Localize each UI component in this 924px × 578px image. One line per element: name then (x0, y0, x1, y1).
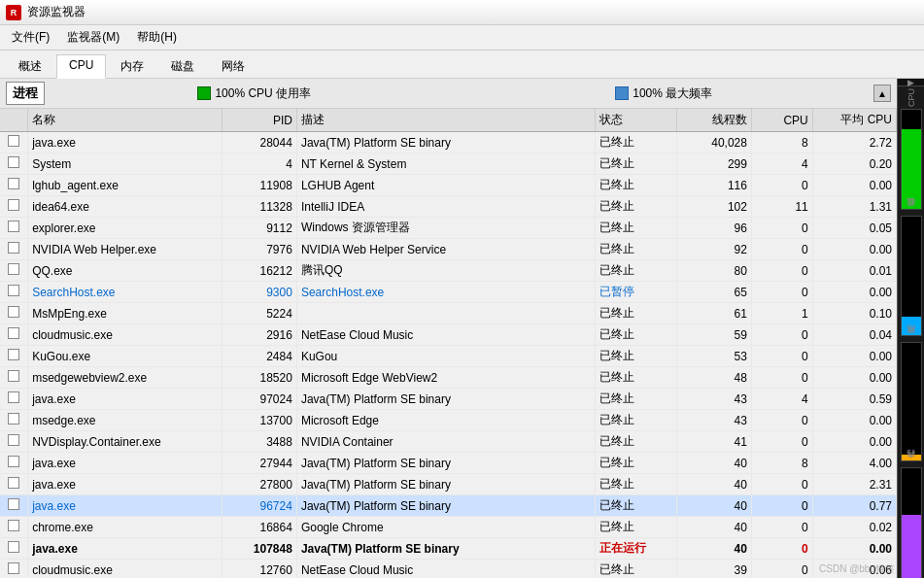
process-avgcpu: 0.00 (812, 239, 896, 260)
process-status: 已终止 (596, 260, 677, 282)
table-row[interactable]: msedgewebview2.exe18520Microsoft Edge We… (0, 367, 897, 389)
row-checkbox[interactable] (0, 495, 28, 517)
row-checkbox[interactable] (0, 389, 28, 410)
process-name: lghub_agent.exe (28, 175, 222, 196)
row-checkbox[interactable] (0, 560, 28, 579)
checkbox-icon[interactable] (8, 349, 19, 360)
checkbox-icon[interactable] (8, 285, 19, 296)
row-checkbox[interactable] (0, 431, 28, 453)
process-threads: 65 (677, 282, 752, 303)
checkbox-icon[interactable] (8, 434, 19, 446)
checkbox-icon[interactable] (8, 541, 19, 553)
col-header-desc[interactable]: 描述 (296, 109, 595, 132)
process-cpu: 0 (751, 239, 812, 260)
table-row[interactable]: explorer.exe9112Windows 资源管理器已终止9600.05 (0, 218, 897, 239)
checkbox-icon[interactable] (8, 199, 19, 211)
checkbox-icon[interactable] (8, 456, 19, 467)
process-cpu: 0 (751, 367, 812, 389)
checkbox-icon[interactable] (8, 135, 19, 147)
menu-monitor[interactable]: 监视器(M) (59, 27, 127, 48)
row-checkbox[interactable] (0, 260, 28, 282)
col-header-cpu[interactable]: CPU (751, 109, 812, 132)
checkbox-icon[interactable] (8, 477, 19, 489)
process-avgcpu: 0.05 (812, 218, 896, 239)
table-row[interactable]: msedge.exe13700Microsoft Edge已终止4300.00 (0, 410, 897, 431)
checkbox-icon[interactable] (8, 327, 19, 339)
table-row[interactable]: java.exe97024Java(TM) Platform SE binary… (0, 389, 897, 410)
row-checkbox[interactable] (0, 517, 28, 538)
table-row[interactable]: java.exe107848Java(TM) Platform SE binar… (0, 538, 897, 560)
process-status: 已终止 (596, 196, 677, 218)
row-checkbox[interactable] (0, 282, 28, 303)
process-threads: 53 (677, 346, 752, 367)
tab-memory[interactable]: 内存 (108, 54, 156, 78)
table-row[interactable]: lghub_agent.exe11908LGHUB Agent已终止11600.… (0, 175, 897, 196)
table-row[interactable]: cloudmusic.exe2916NetEase Cloud Music已终止… (0, 324, 897, 346)
process-threads: 61 (677, 303, 752, 324)
row-checkbox[interactable] (0, 410, 28, 431)
checkbox-icon[interactable] (8, 221, 19, 232)
row-checkbox[interactable] (0, 367, 28, 389)
table-row[interactable]: java.exe27800Java(TM) Platform SE binary… (0, 474, 897, 495)
col-header-threads[interactable]: 线程数 (677, 109, 752, 132)
right-panel-arrow[interactable]: ▶ (907, 78, 914, 87)
checkbox-icon[interactable] (8, 156, 19, 168)
process-desc: SearchHost.exe (296, 282, 595, 303)
row-checkbox[interactable] (0, 196, 28, 218)
table-row[interactable]: cloudmusic.exe12760NetEase Cloud Music已终… (0, 560, 897, 579)
process-name: KuGou.exe (28, 346, 222, 367)
table-row[interactable]: System4NT Kernel & System已终止29940.20 (0, 153, 897, 175)
table-row[interactable]: QQ.exe16212腾讯QQ已终止8000.01 (0, 260, 897, 282)
checkbox-icon[interactable] (8, 263, 19, 275)
checkbox-icon[interactable] (8, 562, 19, 574)
row-checkbox[interactable] (0, 303, 28, 324)
process-table-container[interactable]: 名称 PID 描述 状态 线程数 CPU 平均 CPU java.exe2804… (0, 109, 897, 578)
menu-file[interactable]: 文件(F) (4, 27, 57, 48)
table-row[interactable]: KuGou.exe2484KuGou已终止5300.00 (0, 346, 897, 367)
row-checkbox[interactable] (0, 324, 28, 346)
collapse-button[interactable]: ▲ (873, 85, 891, 102)
checkbox-icon[interactable] (8, 520, 19, 531)
table-row[interactable]: chrome.exe16864Google Chrome已终止4000.02 (0, 517, 897, 538)
tab-disk[interactable]: 磁盘 (158, 54, 207, 78)
col-header-status[interactable]: 状态 (596, 109, 677, 132)
table-row[interactable]: SearchHost.exe9300SearchHost.exe已暂停6500.… (0, 282, 897, 303)
checkbox-icon[interactable] (8, 498, 19, 510)
checkbox-icon[interactable] (8, 413, 19, 425)
process-name: java.exe (28, 495, 222, 517)
table-row[interactable]: java.exe28044Java(TM) Platform SE binary… (0, 132, 897, 153)
tab-overview[interactable]: 概述 (6, 54, 54, 78)
tab-cpu[interactable]: CPU (56, 54, 106, 79)
table-row[interactable]: java.exe27944Java(TM) Platform SE binary… (0, 453, 897, 474)
checkbox-icon[interactable] (8, 306, 19, 318)
checkbox-icon[interactable] (8, 242, 19, 254)
row-checkbox[interactable] (0, 132, 28, 153)
row-checkbox[interactable] (0, 175, 28, 196)
table-row[interactable]: MsMpEng.exe5224已终止6110.10 (0, 303, 897, 324)
row-checkbox[interactable] (0, 538, 28, 560)
checkbox-icon[interactable] (8, 178, 19, 189)
memory-graph-panel: 内存 (898, 463, 924, 578)
process-desc: NT Kernel & System (296, 153, 595, 175)
row-checkbox[interactable] (0, 218, 28, 239)
checkbox-icon[interactable] (8, 370, 19, 382)
table-row[interactable]: NVDisplay.Container.exe3488NVIDIA Contai… (0, 431, 897, 453)
col-header-pid[interactable]: PID (222, 109, 297, 132)
row-checkbox[interactable] (0, 346, 28, 367)
checkbox-icon[interactable] (8, 391, 19, 403)
process-avgcpu: 0.02 (812, 517, 896, 538)
tab-network[interactable]: 网络 (209, 54, 257, 78)
process-pid: 9300 (222, 282, 297, 303)
row-checkbox[interactable] (0, 453, 28, 474)
table-row[interactable]: java.exe96724Java(TM) Platform SE binary… (0, 495, 897, 517)
row-checkbox[interactable] (0, 239, 28, 260)
table-row[interactable]: NVIDIA Web Helper.exe7976NVIDIA Web Help… (0, 239, 897, 260)
col-header-name[interactable]: 名称 (28, 109, 222, 132)
row-checkbox[interactable] (0, 153, 28, 175)
menu-help[interactable]: 帮助(H) (129, 27, 185, 48)
process-desc: NetEase Cloud Music (296, 560, 595, 579)
row-checkbox[interactable] (0, 474, 28, 495)
process-pid: 9112 (222, 218, 297, 239)
col-header-avgcpu[interactable]: 平均 CPU (812, 109, 896, 132)
table-row[interactable]: idea64.exe11328IntelliJ IDEA已终止102111.31 (0, 196, 897, 218)
